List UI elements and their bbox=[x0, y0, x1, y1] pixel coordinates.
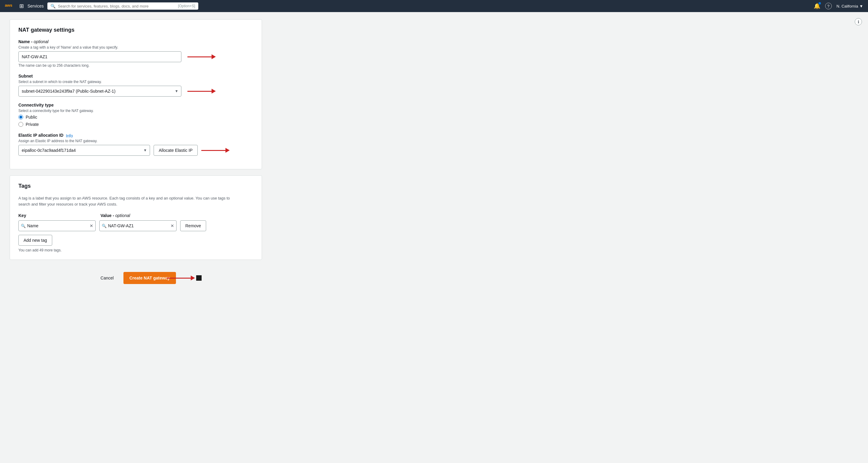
footer-actions: Cancel Create NAT gateway bbox=[10, 266, 262, 290]
arrow-head-name bbox=[212, 54, 216, 59]
tags-column-headers: Key Value - optional bbox=[19, 213, 253, 218]
settings-section-title: NAT gateway settings bbox=[19, 27, 253, 33]
main-content: NAT gateway settings Name - optional Cre… bbox=[0, 12, 272, 297]
tag-key-column-header: Key bbox=[19, 213, 96, 218]
name-hint: Create a tag with a key of 'Name' and a … bbox=[19, 45, 253, 50]
elastic-ip-input-row: eipalloc-0c7ac9aad4f171da4 ▼ Allocate El… bbox=[19, 145, 230, 156]
tags-section-title: Tags bbox=[19, 183, 253, 189]
connectivity-label: Connectivity type bbox=[19, 103, 253, 107]
search-icon: 🔍 bbox=[51, 4, 56, 8]
connectivity-public-label: Public bbox=[26, 115, 37, 120]
cancel-button[interactable]: Cancel bbox=[96, 273, 119, 283]
connectivity-radio-group: Public Private bbox=[19, 115, 253, 127]
region-selector[interactable]: N. California ▼ bbox=[837, 4, 863, 8]
arrow-end-square bbox=[196, 275, 202, 281]
elastic-ip-field-group: Elastic IP allocation ID Info Assign an … bbox=[19, 133, 253, 156]
services-nav-label[interactable]: Services bbox=[28, 4, 44, 8]
subnet-select-wrapper: subnet-042290143e243f9a7 (Public-Subnet-… bbox=[19, 86, 181, 97]
add-new-tag-button[interactable]: Add new tag bbox=[19, 235, 52, 246]
allocate-elastic-ip-button[interactable]: Allocate Elastic IP bbox=[154, 145, 198, 156]
arrow-annotation-footer bbox=[166, 275, 202, 281]
svg-text:aws: aws bbox=[5, 3, 12, 7]
connectivity-hint: Select a connectivity type for the NAT g… bbox=[19, 109, 253, 113]
connectivity-private-label: Private bbox=[26, 122, 39, 127]
elastic-ip-select[interactable]: eipalloc-0c7ac9aad4f171da4 bbox=[19, 145, 150, 156]
search-shortcut: [Option+S] bbox=[178, 4, 195, 8]
arrow-line-elastic bbox=[201, 150, 225, 151]
name-input[interactable] bbox=[19, 51, 181, 62]
connectivity-public-option[interactable]: Public bbox=[19, 115, 253, 120]
grid-icon[interactable]: ⊞ bbox=[19, 3, 24, 9]
arrow-head-subnet bbox=[212, 89, 216, 94]
top-navigation: aws ⊞ Services 🔍 [Option+S] 🔔 ? N. Calif… bbox=[0, 0, 868, 12]
connectivity-public-radio[interactable] bbox=[19, 115, 23, 120]
notification-dot bbox=[818, 2, 821, 4]
subnet-field-group: Subnet Select a subnet in which to creat… bbox=[19, 74, 253, 97]
tag-value-clear-button[interactable]: ✕ bbox=[170, 224, 174, 228]
connectivity-private-radio[interactable] bbox=[19, 122, 23, 127]
region-chevron: ▼ bbox=[859, 4, 863, 8]
subnet-hint: Select a subnet in which to create the N… bbox=[19, 80, 253, 84]
tags-card: Tags A tag is a label that you assign to… bbox=[10, 175, 262, 260]
remove-tag-button[interactable]: Remove bbox=[180, 220, 206, 231]
region-label: N. California bbox=[837, 4, 858, 8]
tag-value-column-header: Value - optional bbox=[100, 213, 178, 218]
elastic-ip-label-row: Elastic IP allocation ID Info bbox=[19, 133, 253, 139]
tag-value-search-icon: 🔍 bbox=[102, 224, 106, 228]
connectivity-field-group: Connectivity type Select a connectivity … bbox=[19, 103, 253, 127]
search-bar[interactable]: 🔍 [Option+S] bbox=[48, 2, 198, 10]
subnet-select[interactable]: subnet-042290143e243f9a7 (Public-Subnet-… bbox=[19, 86, 181, 97]
tag-key-input[interactable] bbox=[19, 220, 96, 231]
tags-remaining-note: You can add 49 more tags. bbox=[19, 248, 253, 252]
arrow-head-footer bbox=[191, 276, 195, 280]
help-button[interactable]: ? bbox=[825, 3, 832, 9]
aws-logo[interactable]: aws bbox=[5, 3, 16, 9]
arrow-line-subnet bbox=[187, 91, 212, 92]
tags-description: A tag is a label that you assign to an A… bbox=[19, 195, 242, 207]
name-note: The name can be up to 256 characters lon… bbox=[19, 63, 253, 68]
search-input[interactable] bbox=[58, 4, 176, 8]
notifications-bell[interactable]: 🔔 bbox=[814, 3, 820, 9]
elastic-ip-select-wrapper: eipalloc-0c7ac9aad4f171da4 ▼ bbox=[19, 145, 150, 156]
tag-key-search-icon: 🔍 bbox=[21, 224, 26, 228]
name-label: Name - optional bbox=[19, 39, 253, 44]
elastic-ip-info-link[interactable]: Info bbox=[66, 133, 73, 138]
name-field-group: Name - optional Create a tag with a key … bbox=[19, 39, 253, 68]
arrow-line-name bbox=[187, 56, 212, 57]
arrow-head-elastic bbox=[225, 148, 230, 153]
subnet-label: Subnet bbox=[19, 74, 253, 79]
tag-value-input[interactable] bbox=[99, 220, 177, 231]
tag-value-input-wrapper: 🔍 ✕ bbox=[99, 220, 177, 231]
tag-key-input-wrapper: 🔍 ✕ bbox=[19, 220, 96, 231]
nav-right-section: 🔔 ? N. California ▼ bbox=[814, 3, 863, 9]
connectivity-private-option[interactable]: Private bbox=[19, 122, 253, 127]
arrow-line-footer bbox=[166, 278, 191, 279]
nat-gateway-settings-card: NAT gateway settings Name - optional Cre… bbox=[10, 19, 262, 169]
tag-row-1: 🔍 ✕ 🔍 ✕ Remove bbox=[19, 220, 253, 231]
page-info-icon[interactable]: ℹ bbox=[855, 18, 862, 25]
elastic-ip-label: Elastic IP allocation ID bbox=[19, 133, 63, 137]
elastic-ip-hint: Assign an Elastic IP address to the NAT … bbox=[19, 139, 253, 143]
tag-key-clear-button[interactable]: ✕ bbox=[90, 224, 93, 228]
